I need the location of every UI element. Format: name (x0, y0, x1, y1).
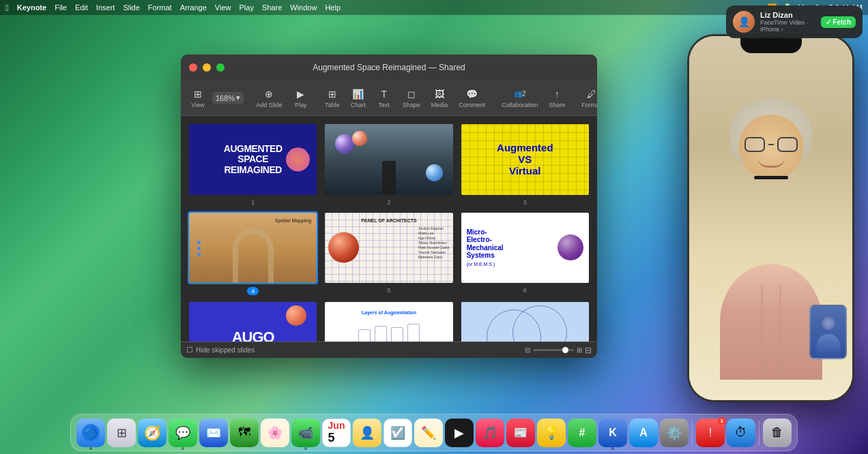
media-label: Media (431, 102, 448, 108)
zoom-out-button[interactable]: ⊟ (525, 346, 530, 354)
file-menu[interactable]: File (55, 3, 67, 12)
share-menu[interactable]: Share (262, 3, 282, 12)
slide-9-bg: AUGMENTED VIRTUAL (461, 302, 589, 342)
format-toolbar-button[interactable]: 🖊 Format (577, 88, 597, 108)
play-button[interactable]: ▶ Play (289, 88, 313, 108)
edit-menu[interactable]: Edit (75, 3, 88, 12)
systemprefs-icon[interactable]: ⚙️ (660, 419, 689, 447)
appletv-icon[interactable]: ▶ (445, 419, 474, 447)
keynote-dock-icon[interactable]: K (598, 419, 627, 447)
numbers-icon[interactable]: # (568, 419, 596, 447)
mail-icon[interactable]: ✉️ (199, 419, 228, 447)
dock: 🔵 ⊞ 🧭 💬 ✉️ 🗺 🌸 📹 Jun5 👤 ☑️ ✏️ ▶ (70, 414, 798, 451)
zoom-in-button[interactable]: ⊞ (577, 346, 582, 354)
slide-thumbnail-7: AUGO (188, 301, 318, 342)
text-button[interactable]: T Text (373, 88, 396, 108)
maximize-button[interactable] (216, 63, 225, 72)
calendar-icon[interactable]: Jun5 (322, 419, 351, 447)
view-icon: ⊞ (190, 88, 205, 100)
window-statusbar: ☐ Hide skipped slides ⊟ ⊞ ⊟ (181, 342, 597, 358)
music-icon[interactable]: 🎵 (476, 419, 504, 447)
slide-thumbnail-8: Layers of Augmentation (323, 301, 454, 342)
freeform-icon[interactable]: ✏️ (414, 419, 443, 447)
zoom-chevron: ▾ (236, 93, 240, 102)
shape-button[interactable]: ◻ Shape (399, 88, 424, 108)
notification-badge-icon[interactable]: ! 3 (696, 419, 725, 447)
maps-icon[interactable]: 🗺 (230, 419, 259, 447)
slide-item-8[interactable]: Layers of Augmentation (323, 301, 454, 342)
appstore-icon[interactable]: A (629, 419, 658, 447)
slide-2-sphere3 (426, 164, 443, 181)
slide-item-9[interactable]: AUGMENTED VIRTUAL (460, 301, 590, 342)
view-menu[interactable]: View (215, 3, 231, 12)
zoom-control[interactable]: 168% ▾ (212, 92, 244, 104)
arrange-menu[interactable]: Arrange (180, 3, 207, 12)
glasses-left-lens (744, 137, 765, 152)
slide-number-3: 3 (523, 199, 527, 206)
format-label: Format (581, 102, 597, 108)
slide-item-6[interactable]: Micro-Electro-MechanicalSystems(or M.E.M… (460, 211, 590, 296)
slide-2-sphere1 (335, 134, 354, 153)
slide-3-bg: AugmentedVSVirtual (461, 124, 589, 195)
facetime-notification: 👤 Liz Dizan FaceTime Video · iPhone › ✓ … (726, 5, 863, 38)
zoom-slider[interactable] (533, 349, 574, 351)
slide-item-1[interactable]: AUGMENTEDSPACEREIMAGINED 1 (188, 123, 318, 206)
tips-icon[interactable]: 💡 (537, 419, 566, 447)
facetime-dock-icon[interactable]: 📹 (291, 419, 320, 447)
hide-skipped-checkbox[interactable]: ☐ Hide skipped slides (186, 346, 255, 354)
iphone-screen (689, 36, 852, 400)
collaboration-button[interactable]: 👥2 Collaboration (497, 88, 542, 108)
help-menu[interactable]: Help (325, 3, 341, 12)
collaboration-label: Collaboration (502, 102, 538, 108)
slide-2-figure (382, 161, 396, 195)
slide-item-4[interactable]: Spatial Mapping 4 (188, 211, 318, 296)
person-body (720, 264, 822, 380)
news-icon[interactable]: 📰 (506, 419, 535, 447)
menubar-left:  Keynote File Edit Insert Slide Format … (5, 3, 341, 13)
chart-button[interactable]: 📊 Chart (347, 88, 370, 108)
insert-menu[interactable]: Insert (96, 3, 115, 12)
close-button[interactable] (189, 63, 197, 72)
facetime-video (689, 36, 852, 400)
app-name-menu[interactable]: Keynote (17, 3, 46, 12)
slide-5-names: Jocelyn EngmanShida LeeAga OrlovaTobias … (418, 226, 450, 260)
safari-icon[interactable]: 🧭 (138, 419, 167, 447)
slide-item-2[interactable]: 2 (323, 123, 454, 206)
shape-label: Shape (403, 102, 420, 108)
slide-4-label: Spatial Mapping (275, 218, 312, 223)
comment-button[interactable]: 💬 Comment (454, 88, 489, 108)
hide-skipped-label: Hide skipped slides (196, 346, 255, 354)
slide-1-text: AUGMENTEDSPACEREIMAGINED (218, 138, 288, 181)
slide-7-bg: AUGO (189, 302, 317, 342)
minimize-button[interactable] (203, 63, 211, 72)
format-menu[interactable]: Format (148, 3, 172, 12)
play-menu[interactable]: Play (239, 3, 253, 12)
slide-item-3[interactable]: AugmentedVSVirtual 3 (460, 123, 590, 206)
slide-menu[interactable]: Slide (123, 3, 139, 12)
photos-icon[interactable]: 🌸 (261, 419, 289, 447)
window-titlebar: Augmented Space Reimagined — Shared (181, 55, 597, 80)
contacts-icon[interactable]: 👤 (353, 419, 381, 447)
reminders-icon[interactable]: ☑️ (384, 419, 412, 447)
launchpad-icon[interactable]: ⊞ (107, 419, 136, 447)
dock-divider-2 (759, 421, 760, 445)
grid-toggle-button[interactable]: ⊟ (585, 346, 592, 355)
table-button[interactable]: ⊞ Table (321, 88, 344, 108)
messages-dock-icon[interactable]: 💬 (169, 419, 197, 447)
slide-item-7[interactable]: AUGO (188, 301, 318, 342)
screentime-icon[interactable]: ⏱ (727, 419, 755, 447)
slide-item-5[interactable]: PANEL OF ARCHITECTS Jocelyn EngmanShida … (323, 211, 454, 296)
slides-grid: AUGMENTEDSPACEREIMAGINED 1 2 (181, 116, 597, 342)
finder-icon[interactable]: 🔵 (76, 419, 105, 447)
trash-icon[interactable]: 🗑 (763, 419, 792, 447)
facetime-fetch-button[interactable]: ✓ Fetch (821, 16, 856, 28)
media-button[interactable]: 🖼 Media (427, 88, 452, 108)
add-slide-button[interactable]: ⊕ Add Slide (252, 88, 287, 108)
apple-menu[interactable]:  (5, 3, 9, 13)
slide-8-content (358, 324, 420, 342)
chart-label: Chart (351, 102, 366, 108)
share-toolbar-button[interactable]: ↑ Share (545, 88, 569, 108)
glasses-right-lens (777, 137, 798, 152)
view-button[interactable]: ⊞ View (186, 88, 209, 108)
window-menu[interactable]: Window (290, 3, 317, 12)
